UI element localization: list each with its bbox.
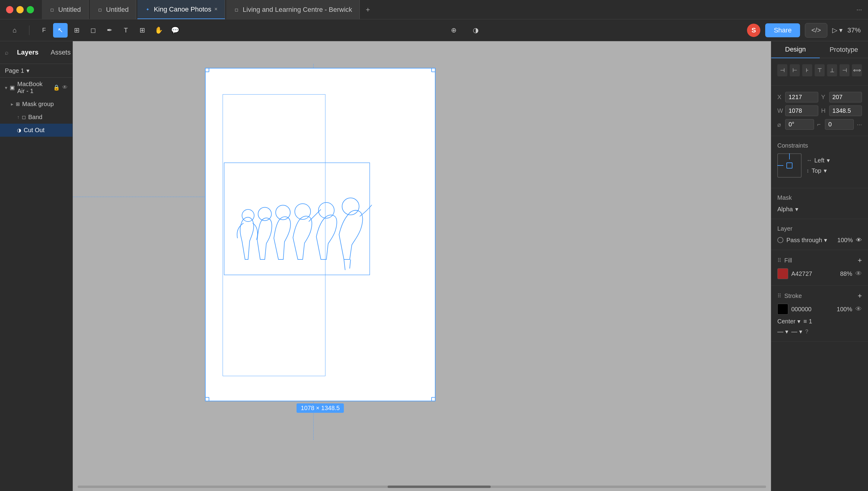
- add-fill-button[interactable]: +: [858, 256, 862, 265]
- page-selector[interactable]: Page 1 ▾: [0, 64, 73, 78]
- shape-tool-button[interactable]: ◻: [86, 23, 101, 37]
- tab-untitled-2[interactable]: ◻ Untitled: [90, 0, 137, 19]
- h-input[interactable]: 1348.5: [829, 106, 862, 116]
- tab3-close-icon[interactable]: ×: [215, 6, 218, 12]
- stroke-opacity-value[interactable]: 100%: [837, 306, 852, 313]
- align-center-h-button[interactable]: ⊢: [790, 64, 800, 76]
- stroke-width-value[interactable]: 1: [809, 318, 812, 325]
- stroke-position-select[interactable]: Center ▾: [777, 318, 801, 325]
- fill-color-code[interactable]: A42727: [791, 270, 837, 277]
- x-field: X 1217: [777, 92, 818, 103]
- fill-opacity-value[interactable]: 88%: [840, 270, 852, 277]
- layer-item-mask-group[interactable]: ▸ ⊞ Mask group: [0, 97, 73, 111]
- frame-tool-button[interactable]: ⊞: [69, 23, 84, 37]
- hand-tool-button[interactable]: ✋: [151, 23, 166, 37]
- tabs-container: ◻ Untitled ◻ Untitled ✦ King Canoe Photo…: [42, 0, 851, 19]
- tab-untitled-1[interactable]: ◻ Untitled: [42, 0, 89, 19]
- theme-icon: ◑: [473, 26, 479, 34]
- constraint-v-arrow: ▾: [824, 167, 827, 174]
- toolbar-right: S Share </> ▷ ▾ 37%: [747, 23, 861, 37]
- stroke-visibility-button[interactable]: 👁: [855, 305, 862, 313]
- comment-tool-button[interactable]: 💬: [168, 23, 182, 37]
- rotation-input[interactable]: 0°: [785, 119, 814, 130]
- mask-type-value: Alpha: [777, 206, 793, 213]
- theme-button[interactable]: ◑: [468, 23, 483, 37]
- stroke-color-swatch[interactable]: [777, 304, 788, 315]
- tab-prototype[interactable]: Prototype: [820, 41, 868, 58]
- maximize-button[interactable]: [27, 6, 34, 13]
- layer-item-band[interactable]: ↑ ◻ Band: [0, 111, 73, 124]
- canvas-area[interactable]: 1078 × 1348.5: [73, 41, 771, 491]
- stroke-color-code[interactable]: 000000: [791, 306, 834, 313]
- fill-color-swatch[interactable]: [777, 268, 788, 279]
- stroke-style-select[interactable]: — ▾: [777, 328, 788, 335]
- align-bottom-button[interactable]: ⊣: [839, 64, 849, 76]
- select-tool-button[interactable]: ↖: [53, 23, 67, 37]
- play-icon: ▷: [832, 26, 837, 34]
- sidebar-header: ⌕ Layers Assets: [0, 41, 73, 64]
- tab-design[interactable]: Design: [771, 41, 820, 58]
- horizontal-scrollbar[interactable]: [73, 485, 771, 489]
- text-tool-button[interactable]: T: [119, 23, 133, 37]
- play-button[interactable]: ▷ ▾: [832, 26, 842, 34]
- sidebar-tab-layers[interactable]: Layers: [13, 46, 42, 59]
- w-input[interactable]: 1078: [785, 106, 818, 116]
- toolbar-separator-1: [29, 25, 29, 35]
- tab1-label: Untitled: [58, 6, 81, 13]
- handle-br[interactable]: [431, 397, 436, 401]
- close-button[interactable]: [6, 6, 13, 13]
- pen-tool-button[interactable]: ✒: [102, 23, 117, 37]
- distribute-h-button[interactable]: ⟺: [852, 64, 862, 76]
- fill-dots-icon: ⠿: [777, 257, 781, 264]
- handle-bl[interactable]: [205, 397, 209, 401]
- opacity-field[interactable]: 100%: [837, 237, 853, 244]
- share-button[interactable]: Share: [765, 23, 800, 37]
- align-top-button[interactable]: ⊤: [815, 64, 824, 76]
- y-input[interactable]: 207: [829, 92, 862, 103]
- zoom-level[interactable]: 37%: [847, 26, 861, 34]
- tab-king-canoe-photos[interactable]: ✦ King Canoe Photos ×: [137, 0, 225, 19]
- fill-visibility-button[interactable]: 👁: [855, 270, 862, 278]
- sidebar-tab-assets[interactable]: Assets: [47, 46, 74, 59]
- constraint-vertical-select[interactable]: ↕ Top ▾: [806, 167, 862, 174]
- add-stroke-button[interactable]: +: [858, 292, 862, 300]
- constraint-h-arrow: ▾: [827, 157, 830, 164]
- layer-item-cut-out[interactable]: ◑ Cut Out: [0, 124, 73, 137]
- align-right-button[interactable]: ⊦: [802, 64, 812, 76]
- text-icon: T: [124, 26, 128, 34]
- visibility-icon-macbook[interactable]: 👁: [62, 84, 67, 91]
- handle-tl[interactable]: [205, 68, 209, 72]
- more-options-icon[interactable]: ···: [857, 121, 862, 128]
- align-middle-v-button[interactable]: ⊥: [827, 64, 837, 76]
- stroke-row: 000000 100% 👁: [777, 304, 862, 315]
- mask-type-select[interactable]: Alpha ▾: [777, 205, 862, 213]
- constraint-horizontal-select[interactable]: ↔ Left ▾: [806, 157, 862, 164]
- minimize-button[interactable]: [17, 6, 24, 13]
- layer-visibility-button[interactable]: 👁: [856, 237, 862, 244]
- search-icon[interactable]: ⌕: [5, 49, 8, 56]
- tab-living-learning[interactable]: ◻ Living and Learning Centre - Berwick: [226, 0, 360, 19]
- component-center-button[interactable]: ⊕: [446, 23, 461, 37]
- blend-mode-select[interactable]: Pass through ▾: [786, 236, 834, 244]
- lock-icon-macbook[interactable]: 🔒: [53, 84, 60, 91]
- help-button[interactable]: ?: [805, 328, 808, 335]
- user-avatar: S: [747, 24, 760, 37]
- layer-item-macbook-air[interactable]: ▾ ▣ MacBook Air - 1 🔒 👁: [0, 78, 73, 97]
- home-button[interactable]: ⌂: [7, 23, 22, 37]
- add-tab-button[interactable]: +: [361, 5, 375, 14]
- code-button[interactable]: </>: [805, 23, 828, 37]
- expand-arrow-mask: ▸: [11, 101, 13, 107]
- handle-tr[interactable]: [431, 68, 436, 72]
- align-left-button[interactable]: ⊣: [777, 64, 787, 76]
- blend-mode-arrow: ▾: [824, 236, 827, 244]
- x-input[interactable]: 1217: [785, 92, 818, 103]
- scrollbar-thumb[interactable]: [388, 486, 491, 488]
- component-tool-button[interactable]: ⊞: [135, 23, 149, 37]
- corner-input[interactable]: 0: [825, 119, 854, 130]
- band-icon: ◻: [22, 114, 26, 120]
- figma-menu-button[interactable]: F: [37, 23, 51, 37]
- select-icon: ↖: [58, 26, 63, 34]
- stroke-end-select[interactable]: — ▾: [791, 328, 802, 335]
- y-label: Y: [821, 94, 828, 100]
- titlebar-more-icon[interactable]: ···: [857, 6, 862, 13]
